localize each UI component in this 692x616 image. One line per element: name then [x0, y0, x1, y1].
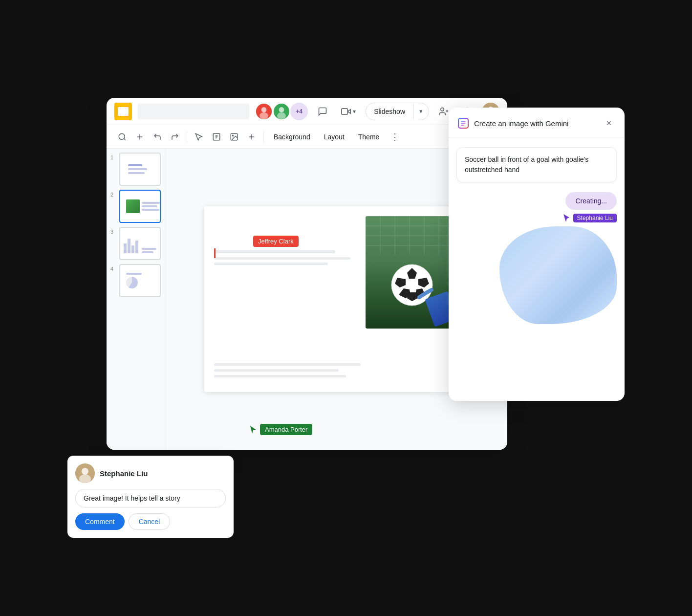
gemini-header: Create an image with Gemini × [449, 108, 625, 137]
amanda-porter-area: Amanda Porter [248, 424, 312, 435]
slide-thumbnail-1[interactable] [119, 153, 161, 186]
slide-thumb-4[interactable]: 4 [110, 264, 161, 297]
slides-window: +4 ▾ Slideshow ▾ [107, 98, 507, 450]
slides-app-icon [114, 103, 132, 120]
text-box-icon[interactable] [209, 129, 224, 145]
commenter-name: Stephanie Liu [100, 469, 148, 478]
slide-number-3: 3 [110, 229, 116, 235]
background-button[interactable]: Background [268, 131, 316, 143]
gemini-panel: Create an image with Gemini × Soccer bal… [449, 108, 625, 401]
more-options-button[interactable]: ⋮ [387, 129, 403, 145]
comment-actions: Comment Cancel [75, 513, 226, 530]
svg-point-8 [441, 108, 444, 111]
svg-line-15 [124, 138, 125, 140]
title-input[interactable] [138, 104, 249, 119]
comment-text-display: Great image! It helps tell a story [75, 489, 226, 507]
image-icon[interactable] [226, 129, 242, 145]
ai-response-area: Creating... Stephanie Liu [456, 192, 617, 324]
svg-point-5 [277, 112, 286, 119]
gemini-panel-title: Create an image with Gemini [474, 119, 597, 128]
creating-bubble: Creating... [565, 192, 617, 210]
user-message-bubble: Soccer ball in front of a goal with goal… [456, 147, 617, 182]
cursor-bar [214, 248, 216, 258]
slide-number-1: 1 [110, 154, 116, 160]
avatar-overflow: +4 [290, 103, 308, 120]
slideshow-button-group: Slideshow ▾ [366, 103, 429, 120]
stephanie-cursor-icon [562, 214, 570, 222]
gemini-body: Soccer ball in front of a goal with goal… [449, 137, 625, 401]
avatar-user2 [273, 103, 290, 120]
undo-icon[interactable] [150, 129, 165, 145]
svg-point-2 [260, 112, 268, 119]
slide-thumb-2[interactable]: 2 [110, 190, 161, 223]
slideshow-main-button[interactable]: Slideshow [366, 103, 413, 120]
slideshow-caret-button[interactable]: ▾ [413, 103, 429, 120]
svg-marker-6 [348, 109, 351, 113]
avatar-user1 [255, 103, 273, 120]
comment-header: Stephanie Liu [75, 463, 226, 483]
svg-point-1 [261, 107, 267, 112]
svg-rect-7 [342, 109, 348, 114]
slide-panel: 1 2 [107, 149, 165, 450]
comments-icon[interactable] [314, 103, 331, 120]
slide-thumb-3[interactable]: 3 [110, 227, 161, 260]
svg-point-14 [119, 133, 125, 139]
header-bar: +4 ▾ Slideshow ▾ [107, 98, 507, 125]
gemini-close-button[interactable]: × [601, 115, 617, 131]
svg-point-23 [232, 135, 233, 136]
stephanie-label: Stephanie Liu [562, 214, 617, 222]
redo-icon[interactable] [167, 129, 183, 145]
slide-thumbnail-3[interactable] [119, 227, 161, 260]
toolbar: Background Layout Theme ⋮ [107, 125, 507, 149]
bottom-text-area [214, 363, 361, 377]
theme-button[interactable]: Theme [352, 131, 386, 143]
soccer-image [366, 216, 458, 329]
slide-thumbnail-4[interactable] [119, 264, 161, 297]
commenter-avatar [75, 463, 95, 483]
slide-thumbnail-2[interactable] [119, 190, 161, 223]
add-icon[interactable] [132, 129, 148, 145]
video-call-button[interactable]: ▾ [337, 105, 360, 118]
amanda-cursor-icon [248, 425, 258, 435]
svg-point-4 [279, 107, 284, 112]
slide-thumb-1[interactable]: 1 [110, 153, 161, 186]
gemini-icon [456, 116, 470, 130]
comment-submit-button[interactable]: Comment [75, 513, 125, 530]
separator-1 [187, 131, 187, 143]
svg-point-45 [82, 468, 88, 475]
content-area: 1 2 [107, 149, 507, 450]
jeffrey-clark-cursor-label: Jeffrey Clark [253, 236, 299, 247]
slide-canvas: Jeffrey Clark [204, 206, 468, 392]
layout-button[interactable]: Layout [318, 131, 350, 143]
stephanie-name-tag: Stephanie Liu [573, 214, 617, 222]
comment-cancel-button[interactable]: Cancel [129, 513, 171, 530]
slide-number-2: 2 [110, 192, 116, 198]
comment-popup: Stephanie Liu Great image! It helps tell… [67, 456, 234, 538]
shape-icon[interactable] [244, 129, 260, 145]
zoom-icon[interactable] [114, 129, 130, 145]
select-icon[interactable] [191, 129, 207, 145]
generating-image-blob [499, 226, 617, 324]
collaborator-avatars: +4 [255, 103, 308, 120]
slide-number-4: 4 [110, 266, 116, 272]
separator-2 [263, 131, 264, 143]
amanda-porter-cursor-label: Amanda Porter [260, 424, 312, 435]
